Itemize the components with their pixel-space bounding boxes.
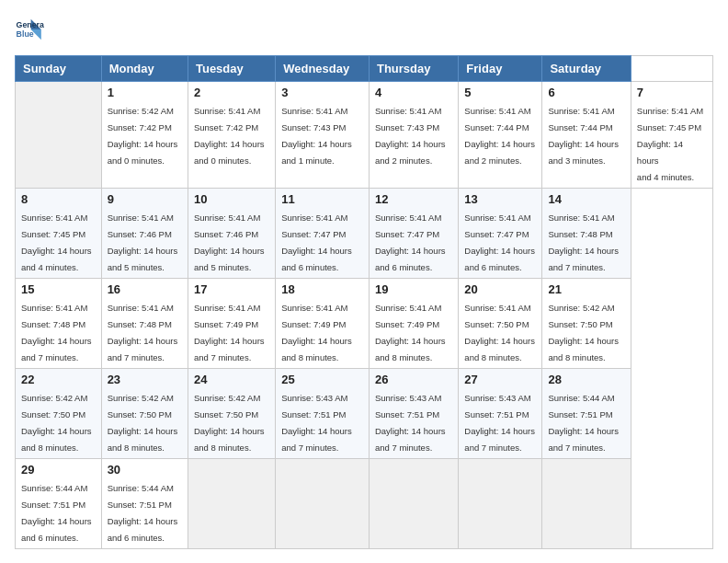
day-cell xyxy=(276,459,370,549)
day-cell: 23 Sunrise: 5:42 AMSunset: 7:50 PMDaylig… xyxy=(101,369,188,459)
day-number: 2 xyxy=(194,86,269,99)
day-info: Sunrise: 5:43 AMSunset: 7:51 PMDaylight:… xyxy=(464,393,535,453)
logo-icon: General Blue xyxy=(15,15,44,44)
day-info: Sunrise: 5:44 AMSunset: 7:51 PMDaylight:… xyxy=(548,393,619,453)
day-cell: 10 Sunrise: 5:41 AMSunset: 7:46 PMDaylig… xyxy=(188,189,275,279)
day-cell: 20 Sunrise: 5:41 AMSunset: 7:50 PMDaylig… xyxy=(459,279,542,369)
day-cell: 16 Sunrise: 5:41 AMSunset: 7:48 PMDaylig… xyxy=(101,279,188,369)
day-number: 9 xyxy=(108,192,182,206)
day-cell: 6 Sunrise: 5:41 AMSunset: 7:44 PMDayligh… xyxy=(542,82,631,189)
day-cell: 3 Sunrise: 5:41 AMSunset: 7:43 PMDayligh… xyxy=(276,82,370,189)
day-info: Sunrise: 5:41 AMSunset: 7:43 PMDaylight:… xyxy=(375,106,446,166)
day-info: Sunrise: 5:41 AMSunset: 7:44 PMDaylight:… xyxy=(548,106,619,166)
day-cell xyxy=(542,459,631,549)
day-number: 23 xyxy=(108,373,182,386)
day-number: 28 xyxy=(548,373,624,386)
day-number: 25 xyxy=(281,373,363,386)
day-number: 7 xyxy=(637,86,707,99)
day-cell: 22 Sunrise: 5:42 AMSunset: 7:50 PMDaylig… xyxy=(16,369,102,459)
day-cell xyxy=(459,459,542,549)
day-number: 27 xyxy=(464,373,536,386)
day-number: 17 xyxy=(194,282,269,296)
day-info: Sunrise: 5:43 AMSunset: 7:51 PMDaylight:… xyxy=(281,393,352,453)
day-cell: 26 Sunrise: 5:43 AMSunset: 7:51 PMDaylig… xyxy=(369,369,458,459)
day-number: 26 xyxy=(375,373,452,386)
day-info: Sunrise: 5:41 AMSunset: 7:47 PMDaylight:… xyxy=(464,213,535,272)
day-cell: 25 Sunrise: 5:43 AMSunset: 7:51 PMDaylig… xyxy=(276,369,370,459)
col-header-sunday: Sunday xyxy=(16,56,102,82)
day-cell: 17 Sunrise: 5:41 AMSunset: 7:49 PMDaylig… xyxy=(188,279,275,369)
day-info: Sunrise: 5:44 AMSunset: 7:51 PMDaylight:… xyxy=(21,483,92,543)
day-info: Sunrise: 5:42 AMSunset: 7:50 PMDaylight:… xyxy=(194,393,265,453)
day-cell: 8 Sunrise: 5:41 AMSunset: 7:45 PMDayligh… xyxy=(16,189,102,279)
day-cell: 27 Sunrise: 5:43 AMSunset: 7:51 PMDaylig… xyxy=(459,369,542,459)
day-cell: 2 Sunrise: 5:41 AMSunset: 7:42 PMDayligh… xyxy=(188,82,275,189)
day-info: Sunrise: 5:42 AMSunset: 7:42 PMDaylight:… xyxy=(108,106,178,166)
day-cell: 19 Sunrise: 5:41 AMSunset: 7:49 PMDaylig… xyxy=(369,279,458,369)
day-cell: 7 Sunrise: 5:41 AMSunset: 7:45 PMDayligh… xyxy=(631,82,712,189)
day-info: Sunrise: 5:41 AMSunset: 7:48 PMDaylight:… xyxy=(108,303,178,362)
day-info: Sunrise: 5:44 AMSunset: 7:51 PMDaylight:… xyxy=(108,483,178,543)
col-header-saturday: Saturday xyxy=(542,56,631,82)
day-number: 4 xyxy=(375,86,452,99)
day-number: 6 xyxy=(548,86,624,99)
day-info: Sunrise: 5:41 AMSunset: 7:47 PMDaylight:… xyxy=(281,213,352,272)
day-cell: 28 Sunrise: 5:44 AMSunset: 7:51 PMDaylig… xyxy=(542,369,631,459)
day-number: 8 xyxy=(21,192,96,206)
day-cell: 11 Sunrise: 5:41 AMSunset: 7:47 PMDaylig… xyxy=(276,189,370,279)
day-cell: 1 Sunrise: 5:42 AMSunset: 7:42 PMDayligh… xyxy=(101,82,188,189)
day-info: Sunrise: 5:41 AMSunset: 7:46 PMDaylight:… xyxy=(108,213,178,272)
calendar-header-row: SundayMondayTuesdayWednesdayThursdayFrid… xyxy=(16,56,713,82)
col-header-wednesday: Wednesday xyxy=(276,56,370,82)
day-info: Sunrise: 5:41 AMSunset: 7:46 PMDaylight:… xyxy=(194,213,265,272)
day-cell: 18 Sunrise: 5:41 AMSunset: 7:49 PMDaylig… xyxy=(276,279,370,369)
day-number: 16 xyxy=(108,282,182,296)
day-number: 22 xyxy=(21,373,96,386)
day-info: Sunrise: 5:41 AMSunset: 7:47 PMDaylight:… xyxy=(375,213,446,272)
day-number: 1 xyxy=(108,86,182,99)
day-number: 11 xyxy=(281,192,363,206)
day-number: 20 xyxy=(464,282,536,296)
day-number: 3 xyxy=(281,86,363,99)
day-cell: 4 Sunrise: 5:41 AMSunset: 7:43 PMDayligh… xyxy=(369,82,458,189)
day-number: 19 xyxy=(375,282,452,296)
day-number: 10 xyxy=(194,192,269,206)
day-cell: 5 Sunrise: 5:41 AMSunset: 7:44 PMDayligh… xyxy=(459,82,542,189)
week-row-5: 29 Sunrise: 5:44 AMSunset: 7:51 PMDaylig… xyxy=(16,459,713,549)
day-info: Sunrise: 5:41 AMSunset: 7:49 PMDaylight:… xyxy=(194,303,265,362)
calendar: SundayMondayTuesdayWednesdayThursdayFrid… xyxy=(15,55,713,549)
day-info: Sunrise: 5:41 AMSunset: 7:50 PMDaylight:… xyxy=(464,303,535,362)
day-cell: 21 Sunrise: 5:42 AMSunset: 7:50 PMDaylig… xyxy=(542,279,631,369)
day-number: 21 xyxy=(548,282,624,296)
svg-text:Blue: Blue xyxy=(17,29,34,39)
day-info: Sunrise: 5:41 AMSunset: 7:43 PMDaylight:… xyxy=(281,106,352,166)
day-cell: 9 Sunrise: 5:41 AMSunset: 7:46 PMDayligh… xyxy=(101,189,188,279)
day-info: Sunrise: 5:41 AMSunset: 7:48 PMDaylight:… xyxy=(21,303,92,362)
day-info: Sunrise: 5:41 AMSunset: 7:45 PMDaylight:… xyxy=(637,106,703,182)
day-cell xyxy=(369,459,458,549)
page-header: General Blue xyxy=(15,15,713,44)
day-cell: 12 Sunrise: 5:41 AMSunset: 7:47 PMDaylig… xyxy=(369,189,458,279)
day-info: Sunrise: 5:41 AMSunset: 7:44 PMDaylight:… xyxy=(464,106,535,166)
day-info: Sunrise: 5:41 AMSunset: 7:45 PMDaylight:… xyxy=(21,213,92,272)
day-number: 29 xyxy=(21,463,96,477)
day-info: Sunrise: 5:41 AMSunset: 7:49 PMDaylight:… xyxy=(281,303,352,362)
day-info: Sunrise: 5:43 AMSunset: 7:51 PMDaylight:… xyxy=(375,393,446,453)
week-row-2: 8 Sunrise: 5:41 AMSunset: 7:45 PMDayligh… xyxy=(16,189,713,279)
day-info: Sunrise: 5:41 AMSunset: 7:49 PMDaylight:… xyxy=(375,303,446,362)
svg-text:General: General xyxy=(17,20,44,29)
day-info: Sunrise: 5:41 AMSunset: 7:48 PMDaylight:… xyxy=(548,213,619,272)
day-cell: 30 Sunrise: 5:44 AMSunset: 7:51 PMDaylig… xyxy=(101,459,188,549)
day-cell: 14 Sunrise: 5:41 AMSunset: 7:48 PMDaylig… xyxy=(542,189,631,279)
day-number: 30 xyxy=(108,463,182,477)
col-header-thursday: Thursday xyxy=(369,56,458,82)
day-info: Sunrise: 5:42 AMSunset: 7:50 PMDaylight:… xyxy=(548,303,619,362)
day-number: 15 xyxy=(21,282,96,296)
col-header-tuesday: Tuesday xyxy=(188,56,275,82)
week-row-3: 15 Sunrise: 5:41 AMSunset: 7:48 PMDaylig… xyxy=(16,279,713,369)
week-row-1: 1 Sunrise: 5:42 AMSunset: 7:42 PMDayligh… xyxy=(16,82,713,189)
day-number: 14 xyxy=(548,192,624,206)
day-number: 5 xyxy=(464,86,536,99)
day-cell xyxy=(16,82,102,189)
day-cell: 15 Sunrise: 5:41 AMSunset: 7:48 PMDaylig… xyxy=(16,279,102,369)
